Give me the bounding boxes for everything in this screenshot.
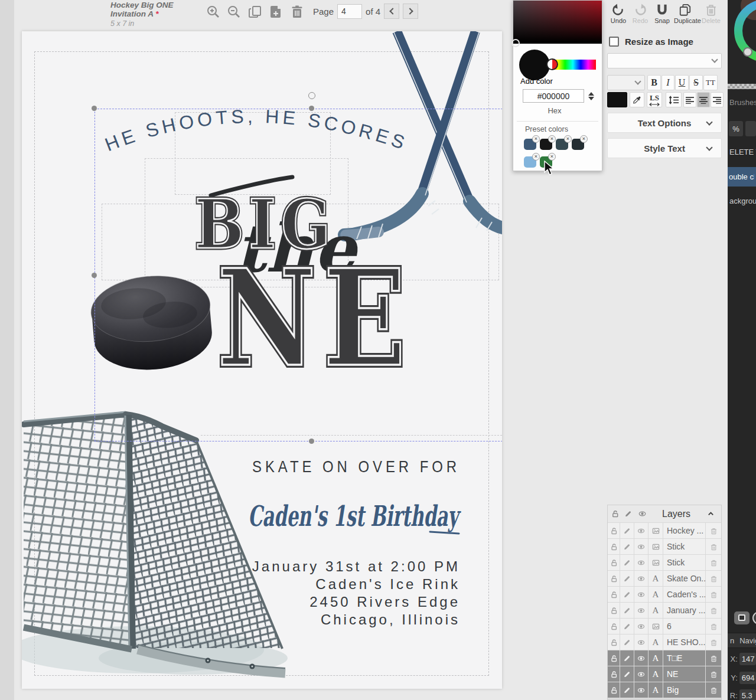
underline-button[interactable]: U <box>675 75 689 90</box>
layer-trash-icon[interactable] <box>706 650 721 666</box>
layer-eye-icon[interactable] <box>634 634 648 650</box>
tab-fragment[interactable]: n <box>728 636 734 645</box>
layer-lock-icon[interactable] <box>608 619 620 634</box>
uppercase-button[interactable]: TT <box>703 75 718 90</box>
preset-color-swatch[interactable]: × <box>556 139 568 150</box>
double-click-highlight-row[interactable]: ouble clic <box>728 167 756 187</box>
layer-trash-icon[interactable] <box>706 587 721 602</box>
align-left-button[interactable] <box>683 92 696 107</box>
hex-color-input[interactable] <box>523 89 584 103</box>
selection-bounding-box[interactable] <box>94 109 502 441</box>
layer-pencil-icon[interactable] <box>620 587 634 602</box>
preset-color-swatch[interactable]: × <box>540 156 552 168</box>
layer-eye-icon[interactable] <box>634 571 648 586</box>
italic-button[interactable]: I <box>662 75 674 90</box>
layer-name[interactable]: T□E <box>663 650 705 666</box>
preset-color-swatch[interactable]: × <box>572 139 584 150</box>
layer-pencil-icon[interactable] <box>620 555 634 570</box>
remove-preset-icon[interactable]: × <box>564 135 572 143</box>
align-center-button[interactable] <box>697 92 710 107</box>
layer-eye-icon[interactable] <box>634 666 648 682</box>
layer-pencil-icon[interactable] <box>620 539 634 554</box>
layer-eye-icon[interactable] <box>634 650 648 666</box>
layer-trash-icon[interactable] <box>706 634 721 650</box>
layer-image-type-icon[interactable] <box>649 555 663 570</box>
layer-name[interactable]: Stick <box>663 539 705 554</box>
layer-name[interactable]: Skate On... <box>663 571 705 586</box>
layer-row[interactable]: AJanuary ... <box>608 603 721 618</box>
selection-handle-mid-left[interactable] <box>92 273 97 278</box>
layer-pencil-icon[interactable] <box>620 571 634 586</box>
zoom-out-icon[interactable] <box>227 5 241 19</box>
pencil-icon[interactable] <box>624 510 638 518</box>
stepper-down-icon[interactable] <box>588 97 594 100</box>
redo-button[interactable]: Redo <box>629 4 651 24</box>
layer-pencil-icon[interactable] <box>620 650 634 666</box>
layer-name[interactable]: HE SHO... <box>663 634 705 650</box>
font-size-dropdown[interactable] <box>607 75 645 90</box>
layer-text-type-icon[interactable]: A <box>649 682 663 698</box>
layer-row[interactable]: ASkate On... <box>608 571 721 586</box>
layer-text-type-icon[interactable]: A <box>649 603 663 618</box>
layer-name[interactable]: NE <box>663 666 705 682</box>
layer-trash-icon[interactable] <box>706 571 721 586</box>
layer-eye-icon[interactable] <box>634 682 648 698</box>
stepper-up-icon[interactable] <box>588 92 594 96</box>
layer-lock-icon[interactable] <box>608 555 620 570</box>
layer-row[interactable]: ABig <box>608 682 721 698</box>
add-color-link[interactable]: Add color <box>520 77 553 86</box>
page-number-input[interactable] <box>337 4 362 19</box>
layer-row[interactable]: ACaden's ... <box>608 587 721 602</box>
layer-name[interactable]: Big <box>663 682 705 698</box>
add-page-icon[interactable] <box>269 5 283 19</box>
layer-trash-icon[interactable] <box>706 666 721 682</box>
snap-button[interactable]: Snap <box>651 4 673 24</box>
layer-pencil-icon[interactable] <box>620 682 634 698</box>
next-page-button[interactable] <box>403 4 418 19</box>
layer-eye-icon[interactable] <box>634 539 648 554</box>
layer-lock-icon[interactable] <box>608 603 620 618</box>
previous-page-button[interactable] <box>384 4 399 19</box>
font-dropdown[interactable] <box>607 53 722 68</box>
color-wheel-fragment[interactable] <box>728 0 756 80</box>
color-wheel-handle[interactable] <box>744 48 752 56</box>
layer-pencil-icon[interactable] <box>620 603 634 618</box>
selection-handle-bottom-center[interactable] <box>309 439 314 444</box>
layer-lock-icon[interactable] <box>608 539 620 554</box>
event-details-text[interactable]: January 31st at 2:00 PM Caden's Ice Rink… <box>252 558 460 627</box>
preset-color-swatch[interactable]: × <box>540 139 552 150</box>
undo-button[interactable]: Undo <box>607 4 630 24</box>
y-value[interactable]: 694 <box>739 672 756 684</box>
remove-preset-icon[interactable]: × <box>532 135 540 143</box>
layer-text-type-icon[interactable]: A <box>649 634 663 650</box>
zoom-in-icon[interactable] <box>206 5 220 19</box>
resize-as-image-checkbox[interactable] <box>609 37 619 47</box>
layer-name[interactable]: Hockey ... <box>663 523 705 538</box>
layer-lock-icon[interactable] <box>608 682 620 698</box>
saturation-value-box[interactable] <box>513 1 602 44</box>
birthday-headline-text[interactable]: Caden's 1st Birthday <box>248 499 461 534</box>
letter-spacing-button[interactable]: LS <box>647 92 662 107</box>
layer-text-type-icon[interactable]: A <box>649 650 663 666</box>
layer-row[interactable]: Hockey ... <box>608 523 721 538</box>
text-color-swatch[interactable] <box>607 92 627 107</box>
hue-slider[interactable] <box>550 60 596 70</box>
layer-lock-icon[interactable] <box>608 634 620 650</box>
text-options-section[interactable]: Text Options <box>607 113 722 133</box>
layer-name[interactable]: 6 <box>663 619 705 634</box>
align-right-button[interactable] <box>711 92 724 107</box>
layer-text-type-icon[interactable]: A <box>649 571 663 586</box>
layer-trash-icon[interactable] <box>706 619 721 634</box>
layer-image-type-icon[interactable] <box>649 619 663 634</box>
layers-header[interactable]: Layers <box>608 505 721 522</box>
layer-name[interactable]: Stick <box>663 555 705 570</box>
copy-page-icon[interactable] <box>248 5 262 19</box>
layer-trash-icon[interactable] <box>706 555 721 570</box>
layer-lock-icon[interactable] <box>608 666 620 682</box>
percent-dropdown[interactable] <box>745 121 756 136</box>
layer-name[interactable]: Caden's ... <box>663 587 705 602</box>
layer-row[interactable]: Stick <box>608 539 721 554</box>
x-value[interactable]: 147 <box>739 653 756 665</box>
strikethrough-button[interactable]: S <box>689 75 703 90</box>
layer-name[interactable]: January ... <box>663 603 705 618</box>
